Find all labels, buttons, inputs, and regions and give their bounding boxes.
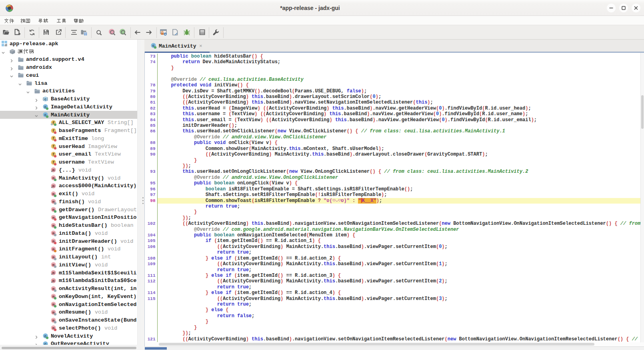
svg-text:m: m — [52, 184, 55, 188]
svg-text:c: c — [44, 97, 47, 102]
svg-text:m: m — [52, 271, 55, 275]
svg-text:m: m — [52, 279, 55, 283]
svg-text:c: c — [44, 342, 47, 345]
svg-text:m: m — [52, 168, 55, 172]
